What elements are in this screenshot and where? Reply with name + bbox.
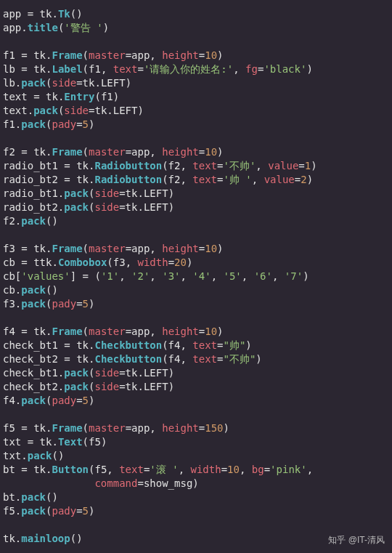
line: app = tk.Tk() [3,8,83,20]
line: cb = ttk.Combobox(f3, width=20) [3,257,192,268]
line: tk.mainloop() [3,533,83,544]
line: check_bt2.pack(side=tk.LEFT) [3,381,174,392]
line: f5.pack(pady=5) [3,505,94,517]
line: check_bt1.pack(side=tk.LEFT) [3,367,174,379]
line: f1.pack(pady=5) [3,118,94,130]
line: lb.pack(side=tk.LEFT) [3,77,131,89]
line: text = tk.Entry(f1) [3,91,119,102]
line: lb = tk.Label(f1, text='请输入你的姓名:', fg='b… [3,63,313,75]
line: f3.pack(pady=5) [3,298,94,310]
line: bt.pack() [3,491,58,503]
line: check_bt2 = tk.Checkbutton(f4, text="不帅"… [3,353,262,365]
line: f3 = tk.Frame(master=app, height=10) [3,243,224,254]
line: txt.pack() [3,450,64,461]
line: check_bt1 = tk.Checkbutton(f4, text="帅") [3,339,252,351]
line: cb['values'] = ('1', '2', '3', '4', '5',… [3,270,309,282]
line: f4.pack(pady=5) [3,395,94,406]
line: f4 = tk.Frame(master=app, height=10) [3,326,224,337]
line: txt = tk.Text(f5) [3,436,107,448]
watermark: 知乎 @IT-清风 [328,533,385,547]
line: app.title('警告 ') [3,22,109,33]
line: f2.pack() [3,215,58,227]
line: command=show_msg) [3,477,199,489]
line: radio_bt1.pack(side=tk.LEFT) [3,187,174,199]
line: f1 = tk.Frame(master=app, height=10) [3,49,224,61]
line: f2 = tk.Frame(master=app, height=10) [3,146,224,158]
line: bt = tk.Button(f5, text='滚 ', width=10, … [3,464,313,475]
line: radio_bt2 = tk.Radiobutton(f2, text='帅 '… [3,174,313,185]
code-block: app = tk.Tk() app.title('警告 ') f1 = tk.F… [0,0,392,553]
line: radio_bt2.pack(side=tk.LEFT) [3,201,174,213]
line: radio_bt1 = tk.Radiobutton(f2, text='不帅'… [3,160,317,171]
line: f5 = tk.Frame(master=app, height=150) [3,422,229,434]
line: cb.pack() [3,284,58,296]
line: text.pack(side=tk.LEFT) [3,105,144,116]
